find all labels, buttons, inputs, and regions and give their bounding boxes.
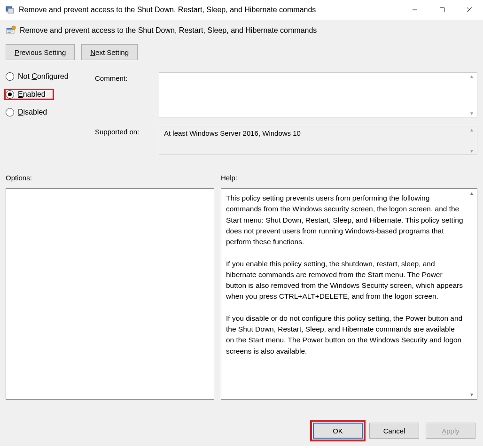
help-label: Help: [221, 174, 237, 182]
previous-setting-button[interactable]: Previous Setting [6, 44, 75, 60]
app-icon [5, 5, 15, 15]
scroll-icon[interactable]: ▲▼ [467, 74, 476, 116]
radio-disabled[interactable]: Disabled [6, 108, 85, 116]
radio-label: Enabled [18, 90, 46, 99]
minimize-button[interactable] [401, 0, 428, 20]
radio-icon [6, 72, 14, 81]
supported-value: At least Windows Server 2016, Windows 10 [164, 129, 301, 137]
radio-not-configured[interactable]: Not Configured [6, 72, 85, 81]
scrollbar[interactable]: ▲▼ [467, 191, 476, 397]
radio-label: Disabled [18, 108, 47, 116]
next-setting-button[interactable]: Next Setting [81, 44, 138, 60]
titlebar: Remove and prevent access to the Shut Do… [0, 0, 483, 20]
prev-label-rest: revious Setting [19, 48, 66, 56]
options-label: Options: [6, 174, 221, 182]
svg-point-10 [12, 26, 16, 30]
comment-label: Comment: [95, 72, 159, 117]
comment-textarea[interactable]: ▲▼ [159, 72, 477, 117]
window-title: Remove and prevent access to the Shut Do… [19, 6, 401, 14]
supported-on-box: At least Windows Server 2016, Windows 10… [159, 126, 477, 155]
svg-rect-1 [8, 8, 14, 13]
svg-rect-8 [8, 31, 13, 31]
close-button[interactable] [456, 0, 483, 20]
maximize-button[interactable] [428, 0, 456, 20]
radio-icon [6, 108, 14, 116]
svg-rect-3 [440, 8, 444, 12]
client-area: Remove and prevent access to the Shut Do… [0, 20, 483, 446]
help-pane: This policy setting prevents users from … [221, 188, 477, 400]
help-text: This policy setting prevents users from … [221, 189, 477, 360]
options-pane [6, 188, 214, 400]
cancel-button[interactable]: Cancel [369, 423, 419, 439]
scroll-icon[interactable]: ▲▼ [467, 127, 476, 154]
radio-enabled[interactable]: Enabled [5, 89, 54, 100]
next-label-rest: ext Setting [95, 48, 129, 56]
svg-rect-9 [8, 32, 11, 33]
policy-icon [6, 25, 16, 36]
supported-label: Supported on: [95, 126, 159, 155]
apply-button[interactable]: Apply [426, 423, 475, 439]
radio-label: Not Configured [18, 72, 69, 81]
state-radios: Not Configured Enabled Disabled [6, 72, 85, 163]
ok-button[interactable]: OK [313, 423, 363, 439]
radio-icon [6, 90, 14, 99]
policy-heading: Remove and prevent access to the Shut Do… [20, 26, 317, 35]
